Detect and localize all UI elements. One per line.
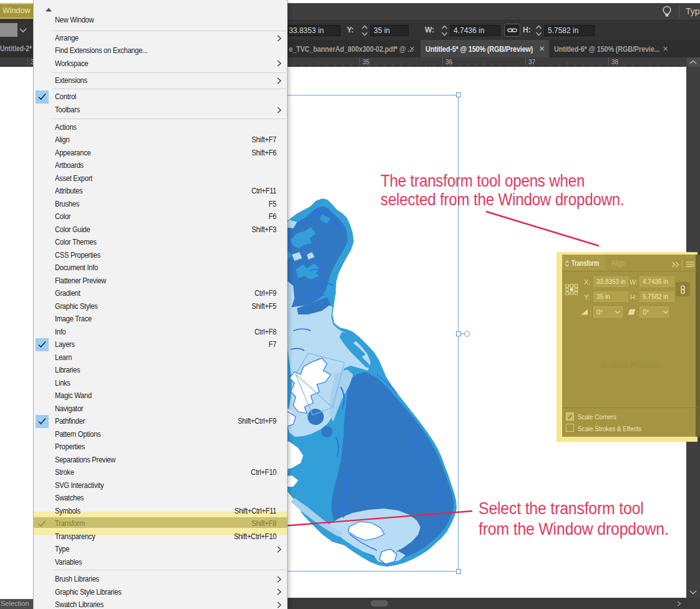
svg-text:37: 37 <box>528 59 536 66</box>
svg-text:36: 36 <box>445 59 453 66</box>
svg-text:38: 38 <box>611 59 619 66</box>
svg-text:35: 35 <box>362 59 370 66</box>
